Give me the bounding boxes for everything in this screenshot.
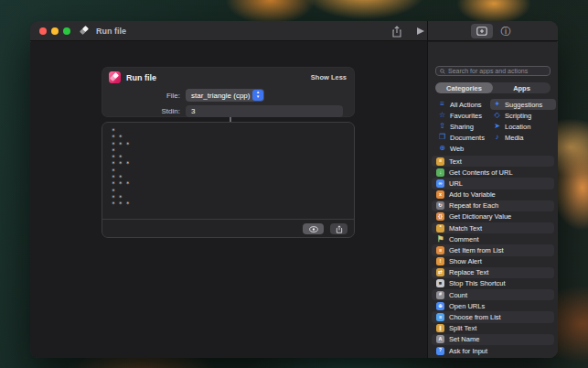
action-item-label: Choose from List <box>449 313 501 321</box>
category-favourites[interactable]: ☆Favourites <box>435 110 488 121</box>
globe-icon: ⊕ <box>438 145 446 152</box>
stdin-input[interactable]: 3 <box>186 105 343 117</box>
output-text: ** ** * *** ** * *** ** * *** ** * * <box>112 128 130 209</box>
traffic-lights <box>39 27 70 35</box>
get-item-from-list-icon: ≡ <box>436 246 444 254</box>
category-label: Sharing <box>450 123 474 131</box>
show-less-button[interactable]: Show Less <box>311 73 347 81</box>
count-icon: # <box>436 291 444 299</box>
file-select-dropdown[interactable]: star_triangle (cpp) ▲▼ <box>186 89 264 102</box>
window-title: Run file <box>96 21 126 41</box>
action-item-get-contents-of-url[interactable]: ↓Get Contents of URL <box>432 167 554 178</box>
desktop-wallpaper: Run file ⓘ Run file <box>0 0 588 368</box>
share-icon: ⇧ <box>438 123 446 130</box>
categories-column-left: ≡All Actions☆Favourites⇧Sharing❐Document… <box>435 99 488 154</box>
category-documents[interactable]: ❐Documents <box>435 132 488 143</box>
share-output-button[interactable] <box>330 223 347 234</box>
category-scripting[interactable]: ◇Scripting <box>490 110 556 121</box>
category-label: Suggestions <box>505 101 542 109</box>
action-item-set-name[interactable]: ASet Name <box>432 334 554 345</box>
category-label: All Actions <box>450 101 482 109</box>
music-note-icon: ♪ <box>493 134 501 141</box>
editor-canvas: Run file Show Less File: star_triangle (… <box>30 42 427 358</box>
action-item-comment[interactable]: ⚑Comment <box>432 233 554 244</box>
action-item-label: Stop This Shortcut <box>449 279 506 287</box>
action-item-label: Repeat for Each <box>449 201 498 210</box>
action-library-icon <box>476 27 487 36</box>
action-item-match-text[interactable]: *Match Text <box>432 222 554 233</box>
open-urls-icon: ⊕ <box>436 302 444 310</box>
action-item-label: Replace Text <box>449 268 488 276</box>
output-line: * * * <box>112 201 130 208</box>
eye-icon <box>309 226 318 233</box>
action-item-split-text[interactable]: ∥Split Text <box>432 323 554 334</box>
action-item-label: Get Item from List <box>449 246 504 254</box>
category-label: Location <box>505 123 530 131</box>
action-library-toggle-button[interactable] <box>471 24 493 38</box>
dropdown-stepper-icon: ▲▼ <box>252 90 263 101</box>
category-all-actions[interactable]: ≡All Actions <box>435 99 488 110</box>
sparkle-icon: ✦ <box>493 101 501 108</box>
categories-column-right: ✦Suggestions◇Scripting➤Location♪Media <box>490 99 556 143</box>
action-item-label: Set Name <box>449 335 479 343</box>
action-item-get-item-from-list[interactable]: ≡Get Item from List <box>432 244 554 255</box>
stop-this-shortcut-icon: ■ <box>436 279 444 287</box>
ask-for-input-icon: ? <box>436 347 444 355</box>
action-item-replace-text[interactable]: ⇄Replace Text <box>432 267 554 278</box>
category-location[interactable]: ➤Location <box>490 121 556 132</box>
list-icon: ≡ <box>438 101 446 108</box>
minimize-window-button[interactable] <box>51 27 59 35</box>
suggested-actions-list: ≡Text↓Get Contents of URL∞URLxAdd to Var… <box>432 156 554 356</box>
replace-text-icon: ⇄ <box>436 268 444 276</box>
action-item-label: Match Text <box>449 224 482 233</box>
category-media[interactable]: ♪Media <box>490 132 556 143</box>
action-item-repeat-for-each[interactable]: ↻Repeat for Each <box>432 200 554 211</box>
run-file-action-icon <box>109 71 121 83</box>
action-item-count[interactable]: #Count <box>432 289 554 300</box>
search-input[interactable] <box>448 68 546 74</box>
share-button[interactable] <box>389 24 405 38</box>
set-name-icon: A <box>436 335 444 343</box>
comment-icon: ⚑ <box>436 235 444 244</box>
action-item-label: Get Contents of URL <box>449 168 513 177</box>
quick-look-button[interactable] <box>303 223 324 234</box>
tab-categories[interactable]: Categories <box>435 82 493 93</box>
action-item-open-urls[interactable]: ⊕Open URLs <box>432 300 554 311</box>
action-item-label: URL <box>449 179 463 188</box>
get-contents-of-url-icon: ↓ <box>436 168 444 177</box>
action-item-ask-for-input[interactable]: ?Ask for Input <box>432 345 554 356</box>
close-window-button[interactable] <box>39 27 47 35</box>
action-item-label: Comment <box>449 235 479 244</box>
action-item-label: Add to Variable <box>449 190 496 199</box>
action-item-text[interactable]: ≡Text <box>432 156 554 167</box>
tab-apps[interactable]: Apps <box>493 82 551 93</box>
action-item-show-alert[interactable]: !Show Alert <box>432 256 554 267</box>
action-item-choose-from-list[interactable]: ≡Choose from List <box>432 311 554 322</box>
sidebar-divider <box>427 21 428 358</box>
info-inspector-button[interactable]: ⓘ <box>497 24 514 38</box>
get-dictionary-value-icon: {} <box>436 212 444 221</box>
category-web[interactable]: ⊕Web <box>435 143 488 154</box>
category-sharing[interactable]: ⇧Sharing <box>435 121 488 132</box>
action-item-label: Ask for Input <box>449 347 487 355</box>
file-label: File: <box>102 92 180 100</box>
action-library-sidebar: Categories Apps ≡All Actions☆Favourites⇧… <box>428 42 558 358</box>
play-icon <box>417 27 424 35</box>
run-shortcut-button[interactable] <box>412 24 429 38</box>
action-item-url[interactable]: ∞URL <box>432 178 554 189</box>
action-item-add-to-variable[interactable]: xAdd to Variable <box>432 189 554 200</box>
run-file-action-card[interactable]: Run file Show Less File: star_triangle (… <box>102 67 355 117</box>
action-item-get-dictionary-value[interactable]: {}Get Dictionary Value <box>432 211 554 222</box>
action-item-stop-this-shortcut[interactable]: ■Stop This Shortcut <box>432 278 554 289</box>
scripting-icon: ◇ <box>493 112 501 119</box>
zoom-window-button[interactable] <box>63 27 70 35</box>
category-label: Favourites <box>450 112 482 120</box>
search-icon <box>440 69 445 74</box>
text-action-icon: ≡ <box>436 157 444 166</box>
search-field[interactable] <box>435 66 551 76</box>
action-item-label: Split Text <box>449 324 476 332</box>
share-icon <box>336 225 343 233</box>
category-suggestions[interactable]: ✦Suggestions <box>490 99 556 110</box>
action-card-title: Run file <box>126 73 156 82</box>
output-footer <box>102 219 354 237</box>
